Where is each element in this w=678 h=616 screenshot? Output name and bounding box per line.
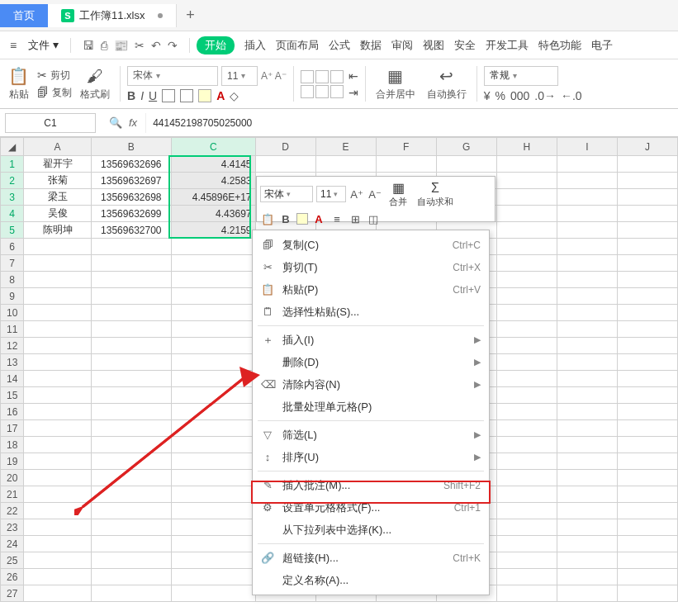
decimal-dec-icon[interactable]: ←.0 [561, 89, 582, 102]
tab-home[interactable]: 首页 [0, 4, 48, 27]
col-header-e[interactable]: E [315, 138, 376, 156]
indent-decrease-button[interactable]: ⇤ [348, 69, 358, 83]
cell[interactable]: 翟开宇 [24, 156, 91, 173]
ribbon-tab-formula[interactable]: 公式 [329, 38, 350, 53]
font-size-select[interactable]: 11▾ [221, 66, 258, 86]
ctx-define-name[interactable]: 定义名称(A)... [253, 569, 489, 591]
font-name-select[interactable]: 宋体▾ [127, 66, 218, 86]
ctx-clear[interactable]: ⌫清除内容(N)▶ [253, 373, 489, 396]
ribbon-tab-special[interactable]: 特色功能 [538, 38, 581, 53]
tab-document[interactable]: S 工作簿11.xlsx [48, 4, 177, 27]
mini-paste-icon[interactable]: 📋 [260, 211, 275, 226]
row-header[interactable]: 5 [1, 222, 24, 239]
cell[interactable]: 陈明坤 [24, 222, 91, 239]
row-header[interactable]: 11 [1, 321, 24, 338]
mini-inc-font-icon[interactable]: A⁺ [349, 187, 364, 201]
border-button[interactable] [162, 89, 175, 102]
mini-fontcolor-icon[interactable]: A [311, 211, 326, 226]
row-header[interactable]: 8 [1, 272, 24, 288]
ribbon-tab-layout[interactable]: 页面布局 [276, 38, 319, 53]
search-icon[interactable]: 🔍 [109, 116, 122, 129]
fill-color-button[interactable] [198, 89, 211, 102]
row-header[interactable]: 22 [1, 503, 24, 519]
row-header[interactable]: 16 [1, 404, 24, 420]
row-header[interactable]: 19 [1, 453, 24, 470]
row-header[interactable]: 12 [1, 338, 24, 354]
comma-icon[interactable]: 000 [510, 89, 529, 102]
row-header[interactable]: 20 [1, 470, 24, 486]
alignment-buttons[interactable] [301, 70, 344, 98]
print-preview-icon[interactable]: ⎙ [101, 39, 107, 52]
cell[interactable]: 吴俊 [24, 206, 91, 222]
ribbon-tab-esign[interactable]: 电子 [591, 38, 613, 53]
format-painter-button[interactable]: 🖌格式刷 [80, 67, 110, 102]
decimal-inc-icon[interactable]: .0→ [534, 89, 556, 102]
fx-icon[interactable]: fx [129, 116, 137, 129]
col-header-g[interactable]: G [436, 138, 496, 156]
font-color-button[interactable]: A [216, 89, 225, 102]
mini-bold-icon[interactable]: B [278, 211, 293, 226]
row-header[interactable]: 17 [1, 420, 24, 437]
undo-icon[interactable]: ↶ [151, 39, 161, 52]
col-header-c[interactable]: C [172, 138, 255, 156]
row-header[interactable]: 25 [1, 552, 24, 569]
number-format-select[interactable]: 常规▾ [484, 66, 558, 86]
row-header[interactable]: 23 [1, 519, 24, 536]
ctx-insert[interactable]: ＋插入(I)▶ [253, 329, 489, 351]
row-header[interactable]: 24 [1, 536, 24, 552]
col-header-a[interactable]: A [24, 138, 91, 156]
mini-dec-font-icon[interactable]: A⁻ [367, 187, 382, 201]
row-header[interactable]: 10 [1, 305, 24, 321]
ctx-dropdown[interactable]: 从下拉列表中选择(K)... [253, 519, 489, 541]
row-header[interactable]: 1 [1, 156, 24, 173]
ribbon-tab-security[interactable]: 安全 [454, 38, 476, 53]
cell[interactable]: 梁玉 [24, 189, 91, 206]
ribbon-tab-review[interactable]: 审阅 [391, 38, 413, 53]
cut-icon[interactable]: ✂ [135, 39, 145, 52]
tab-add-button[interactable]: + [177, 7, 203, 24]
row-header[interactable]: 2 [1, 173, 24, 189]
mini-style-icon[interactable]: ◫ [366, 211, 381, 226]
cell[interactable]: 13569632699 [91, 206, 171, 222]
mini-font-select[interactable]: 宋体▾ [260, 186, 313, 202]
col-header-i[interactable]: I [557, 138, 617, 156]
col-header-b[interactable]: B [91, 138, 171, 156]
formula-input[interactable]: 441452198705025000 [145, 113, 678, 133]
col-header-h[interactable]: H [496, 138, 557, 156]
ctx-filter[interactable]: ▽筛选(L)▶ [253, 424, 489, 446]
bold-button[interactable]: B [127, 89, 135, 102]
row-header[interactable]: 15 [1, 387, 24, 404]
row-header[interactable]: 4 [1, 206, 24, 222]
row-header[interactable]: 13 [1, 354, 24, 371]
cell[interactable]: 13569632697 [91, 173, 171, 189]
mini-fill-icon[interactable] [296, 213, 308, 225]
ribbon-tab-data[interactable]: 数据 [360, 38, 382, 53]
italic-button[interactable]: I [140, 89, 144, 102]
ctx-paste-special[interactable]: 🗒选择性粘贴(S)... [253, 301, 489, 323]
ribbon-tab-dev[interactable]: 开发工具 [486, 38, 529, 53]
mini-align-icon[interactable]: ≡ [330, 211, 344, 226]
row-header[interactable]: 9 [1, 288, 24, 305]
row-header[interactable]: 3 [1, 189, 24, 206]
cell[interactable]: 13569632696 [91, 156, 171, 173]
print-icon[interactable]: 📰 [114, 39, 128, 52]
ctx-batch[interactable]: 批量处理单元格(P) [253, 396, 489, 418]
border-style-button[interactable] [180, 89, 193, 102]
copy-button[interactable]: 🗐复制 [37, 86, 72, 100]
col-header-d[interactable]: D [255, 138, 315, 156]
ctx-paste[interactable]: 📋粘贴(P)Ctrl+V [253, 278, 489, 301]
save-icon[interactable]: 🖫 [83, 39, 94, 52]
ctx-cut[interactable]: ✂剪切(T)Ctrl+X [253, 256, 489, 278]
mini-autosum-button[interactable]: Σ自动求和 [414, 181, 457, 208]
ctx-format-cells[interactable]: ⚙设置单元格格式(F)...Ctrl+1 [253, 496, 489, 519]
cell[interactable]: 13569632698 [91, 189, 171, 206]
row-header[interactable]: 14 [1, 371, 24, 387]
redo-icon[interactable]: ↷ [168, 39, 178, 52]
cell[interactable]: 张菊 [24, 173, 91, 189]
row-header[interactable]: 27 [1, 585, 24, 602]
paste-button[interactable]: 📋粘贴 [8, 66, 29, 102]
ribbon-tab-view[interactable]: 视图 [423, 38, 444, 53]
percent-icon[interactable]: % [495, 89, 505, 102]
underline-button[interactable]: U [149, 89, 157, 102]
row-header[interactable]: 6 [1, 239, 24, 255]
